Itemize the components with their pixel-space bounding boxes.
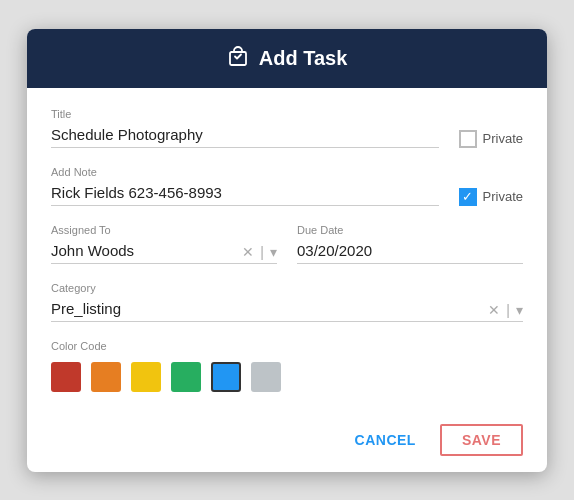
category-controls: ✕ | ▾ — [488, 302, 523, 318]
color-swatch-green[interactable] — [171, 362, 201, 392]
title-group: Title — [51, 108, 439, 148]
modal-header: Add Task — [27, 29, 547, 88]
category-clear-icon[interactable]: ✕ — [488, 302, 500, 318]
category-input[interactable] — [51, 298, 523, 322]
note-label: Add Note — [51, 166, 439, 178]
note-row: Add Note Private — [51, 166, 523, 206]
title-label: Title — [51, 108, 439, 120]
color-label: Color Code — [51, 340, 523, 352]
modal-footer: CANCEL SAVE — [27, 412, 547, 472]
assigned-label: Assigned To — [51, 224, 277, 236]
note-group: Add Note — [51, 166, 439, 206]
assigned-due-row: Assigned To ✕ | ▾ Due Date — [51, 224, 523, 264]
category-group: Category ✕ | ▾ — [51, 282, 523, 322]
color-section: Color Code — [51, 340, 523, 392]
title-private-checkbox[interactable] — [459, 130, 477, 148]
note-private-checkbox[interactable] — [459, 188, 477, 206]
note-input[interactable] — [51, 182, 439, 206]
title-private-label: Private — [483, 131, 523, 146]
cancel-button[interactable]: CANCEL — [339, 424, 432, 456]
title-private-group: Private — [459, 130, 523, 148]
due-date-label: Due Date — [297, 224, 523, 236]
due-date-input[interactable] — [297, 240, 523, 264]
assigned-group: Assigned To ✕ | ▾ — [51, 224, 277, 264]
title-input[interactable] — [51, 124, 439, 148]
color-swatch-orange[interactable] — [91, 362, 121, 392]
assigned-controls: ✕ | ▾ — [242, 244, 277, 260]
color-swatch-gray[interactable] — [251, 362, 281, 392]
note-private-label: Private — [483, 189, 523, 204]
category-dropdown-icon[interactable]: ▾ — [516, 302, 523, 318]
color-swatches — [51, 362, 523, 392]
modal-body: Title Private Add Note Private Assigned … — [27, 88, 547, 412]
color-swatch-blue[interactable] — [211, 362, 241, 392]
assigned-dropdown-icon[interactable]: ▾ — [270, 244, 277, 260]
modal-title: Add Task — [259, 47, 348, 70]
title-row: Title Private — [51, 108, 523, 148]
task-icon — [227, 45, 249, 72]
assigned-clear-icon[interactable]: ✕ — [242, 244, 254, 260]
due-date-group: Due Date — [297, 224, 523, 264]
category-label: Category — [51, 282, 523, 294]
color-swatch-yellow[interactable] — [131, 362, 161, 392]
save-button[interactable]: SAVE — [440, 424, 523, 456]
color-swatch-red[interactable] — [51, 362, 81, 392]
add-task-modal: Add Task Title Private Add Note Private — [27, 29, 547, 472]
category-row: Category ✕ | ▾ — [51, 282, 523, 322]
note-private-group: Private — [459, 188, 523, 206]
